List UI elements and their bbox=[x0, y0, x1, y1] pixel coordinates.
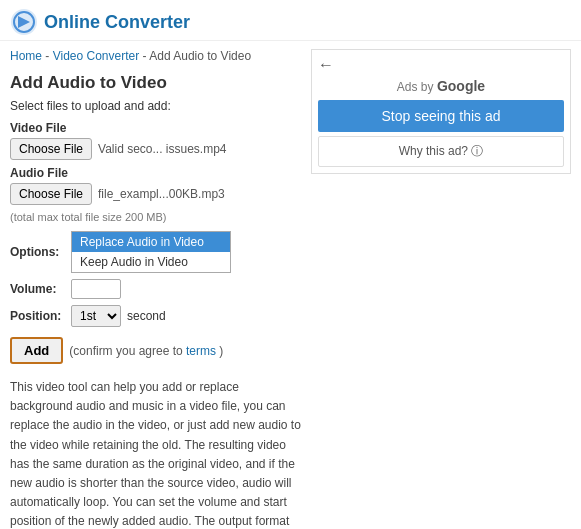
audio-file-row: Choose File file_exampl...00KB.mp3 bbox=[10, 183, 301, 205]
volume-input[interactable] bbox=[71, 279, 121, 299]
video-file-row: Choose File Valid seco... issues.mp4 bbox=[10, 138, 301, 160]
audio-file-label: Audio File bbox=[10, 166, 301, 180]
file-size-note: (total max total file size 200 MB) bbox=[10, 211, 301, 223]
video-file-label: Video File bbox=[10, 121, 301, 135]
add-button[interactable]: Add bbox=[10, 337, 63, 364]
google-label: Google bbox=[437, 78, 485, 94]
add-row: Add (confirm you agree to terms ) bbox=[10, 337, 301, 364]
why-ad-button[interactable]: Why this ad? ⓘ bbox=[318, 136, 564, 167]
options-label: Options: bbox=[10, 245, 65, 259]
terms-link[interactable]: terms bbox=[186, 344, 216, 358]
options-row: Options: Replace Audio in Video Keep Aud… bbox=[10, 231, 301, 273]
dropdown-item-replace[interactable]: Replace Audio in Video bbox=[72, 232, 230, 252]
breadcrumb-current: Add Audio to Video bbox=[149, 49, 251, 63]
header-logo: Online Converter bbox=[10, 8, 190, 36]
options-dropdown-list: Replace Audio in Video Keep Audio in Vid… bbox=[71, 231, 231, 273]
volume-label: Volume: bbox=[10, 282, 65, 296]
second-text: second bbox=[127, 309, 166, 323]
video-file-info: Valid seco... issues.mp4 bbox=[98, 142, 227, 156]
position-row: Position: 1st 2nd 3rd 4th 5th second bbox=[10, 305, 301, 327]
breadcrumb-home[interactable]: Home bbox=[10, 49, 42, 63]
breadcrumb-converter[interactable]: Video Converter bbox=[53, 49, 140, 63]
right-panel: ← Ads by Google Stop seeing this ad Why … bbox=[311, 49, 571, 529]
ad-back-button[interactable]: ← bbox=[318, 56, 564, 74]
audio-choose-btn[interactable]: Choose File bbox=[10, 183, 92, 205]
logo-icon bbox=[10, 8, 38, 36]
page-subtitle: Select files to upload and add: bbox=[10, 99, 301, 113]
page-title: Add Audio to Video bbox=[10, 73, 301, 93]
breadcrumb: Home - Video Converter - Add Audio to Vi… bbox=[10, 49, 301, 63]
audio-file-info: file_exampl...00KB.mp3 bbox=[98, 187, 225, 201]
position-select[interactable]: 1st 2nd 3rd 4th 5th bbox=[71, 305, 121, 327]
site-title: Online Converter bbox=[44, 12, 190, 33]
dropdown-item-keep[interactable]: Keep Audio in Video bbox=[72, 252, 230, 272]
description-text: This video tool can help you add or repl… bbox=[10, 378, 301, 529]
position-label: Position: bbox=[10, 309, 65, 323]
ad-panel: ← Ads by Google Stop seeing this ad Why … bbox=[311, 49, 571, 174]
left-panel: Home - Video Converter - Add Audio to Vi… bbox=[10, 49, 301, 529]
options-dropdown-wrapper: Replace Audio in Video Keep Audio in Vid… bbox=[71, 231, 231, 273]
confirm-text: (confirm you agree to terms ) bbox=[69, 344, 223, 358]
ads-by-text: Ads by Google bbox=[318, 78, 564, 94]
volume-row: Volume: bbox=[10, 279, 301, 299]
stop-ad-button[interactable]: Stop seeing this ad bbox=[318, 100, 564, 132]
video-choose-btn[interactable]: Choose File bbox=[10, 138, 92, 160]
